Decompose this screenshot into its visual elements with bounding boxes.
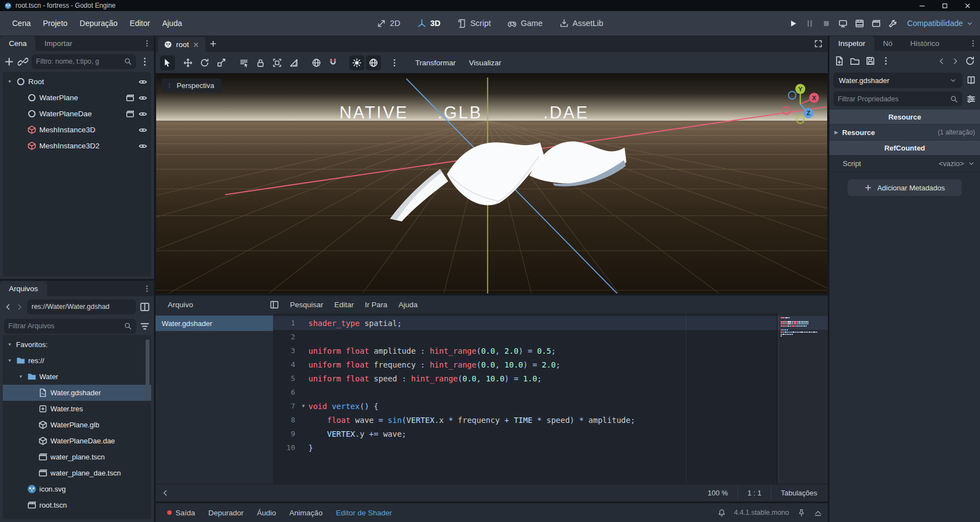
menu-transformar[interactable]: Transformar [410, 56, 461, 70]
build-icon[interactable] [888, 19, 898, 28]
resource-dropdown[interactable]: Water.gdshader [833, 73, 962, 88]
chevron-left-icon[interactable] [937, 57, 946, 65]
load-icon[interactable] [850, 56, 860, 66]
pin-icon[interactable] [797, 509, 806, 517]
path-input[interactable] [32, 303, 132, 311]
snap-icon[interactable] [326, 55, 341, 70]
eye-icon[interactable] [138, 142, 147, 151]
tab-importar[interactable]: Importar [35, 36, 81, 51]
workspace-assetlib[interactable]: AssetLib [559, 19, 604, 28]
renderer-dropdown[interactable]: Compatibilidade [907, 19, 973, 28]
chevron-right-icon[interactable] [16, 303, 24, 311]
expander-icon[interactable]: ▼ [6, 358, 13, 363]
local-space-icon[interactable] [309, 55, 324, 70]
code-line-1[interactable]: 1shader_type spatial; [273, 316, 828, 330]
menu-ajuda-shader[interactable]: Ajuda [393, 298, 424, 311]
menu-editor[interactable]: Editor [124, 16, 156, 30]
chevron-left-icon[interactable] [4, 303, 12, 311]
rotate-tool-icon[interactable] [197, 55, 212, 70]
tab-cena[interactable]: Cena [0, 36, 35, 51]
code-line-4[interactable]: 4uniform float frequency : hint_range(0.… [273, 358, 828, 371]
gizmo-y-label[interactable]: Y [798, 86, 803, 92]
panel-depurador[interactable]: Depurador [202, 506, 250, 520]
lock-icon[interactable] [253, 55, 268, 70]
stop-icon[interactable] [822, 19, 831, 28]
file-tree-item[interactable]: Water.tres [3, 401, 151, 417]
remote-debug-icon[interactable] [838, 19, 848, 28]
code-line-6[interactable]: 6 [273, 385, 828, 399]
expand-panel-icon[interactable] [814, 509, 822, 517]
code-line-10[interactable]: 10} [273, 441, 828, 454]
instanced-scene-icon[interactable] [126, 110, 135, 118]
eye-icon[interactable] [138, 77, 147, 86]
menu-dots-icon[interactable] [143, 39, 151, 48]
menu-dots-icon[interactable] [140, 56, 150, 67]
file-list-toggle-icon[interactable] [270, 300, 279, 309]
reload-icon[interactable] [965, 56, 975, 66]
property-filter-input[interactable] [838, 95, 947, 103]
file-tree-item[interactable]: WaterPlane.glb [3, 417, 151, 433]
scene-filter-input[interactable] [36, 58, 121, 65]
code-line-8[interactable]: 8 float wave = sin(VERTEX.x * frequency … [273, 413, 828, 427]
menu-dots-icon[interactable] [143, 285, 151, 293]
zoom-level[interactable]: 100 % [698, 485, 737, 500]
movie-maker-icon[interactable] [871, 19, 881, 28]
menu-dots-icon[interactable] [969, 39, 977, 48]
menu-visualizar[interactable]: Visualizar [463, 56, 507, 70]
scrollbar[interactable] [146, 339, 149, 400]
add-metadata-button[interactable]: Adicionar Metadados [848, 179, 962, 196]
menu-dots-icon[interactable] [387, 55, 402, 70]
file-filter-input[interactable] [8, 322, 121, 330]
eye-icon[interactable] [138, 126, 147, 135]
tab-no[interactable]: Nó [874, 36, 901, 51]
expander-icon[interactable]: ▼ [6, 79, 13, 84]
workspace-2d[interactable]: 2D [376, 19, 400, 28]
scene-tree-item[interactable]: MeshInstance3D2 [3, 138, 151, 154]
file-tree-item[interactable]: ▼Favoritos: [3, 337, 151, 353]
code-line-2[interactable]: 2 [273, 330, 828, 344]
save-icon[interactable] [865, 56, 875, 66]
distraction-free-button[interactable] [814, 39, 828, 48]
fold-icon[interactable]: ▼ [298, 404, 308, 409]
move-tool-icon[interactable] [180, 55, 195, 70]
sun-preview-icon[interactable] [349, 55, 364, 70]
perspective-button[interactable]: ⋮ Perspectiva [162, 79, 221, 92]
menu-pesquisar[interactable]: Pesquisar [285, 298, 329, 311]
menu-ajuda[interactable]: Ajuda [157, 16, 188, 30]
file-tree-item[interactable]: ▼Water [3, 369, 151, 385]
file-tree-item[interactable]: water_plane_dae.tscn [3, 465, 151, 481]
code-line-7[interactable]: 7▼void vertex() { [273, 399, 828, 413]
shader-file-item[interactable]: Water.gdshader [156, 316, 273, 331]
ruler-icon[interactable] [286, 55, 301, 70]
scene-tab-root[interactable]: root [158, 37, 205, 52]
tab-arquivos[interactable]: Arquivos [0, 281, 47, 296]
maximize-icon[interactable] [941, 2, 948, 9]
movie-writer-icon[interactable] [855, 19, 864, 28]
file-tree-item[interactable]: water_plane.tscn [3, 449, 151, 465]
eye-icon[interactable] [138, 110, 147, 118]
gizmo-x-label[interactable]: X [812, 95, 817, 101]
file-tree-item[interactable]: ▼res:// [3, 353, 151, 369]
viewport-canvas[interactable]: NATIVE .GLB .DAE [156, 74, 827, 293]
indent-mode[interactable]: Tabulações [771, 485, 827, 500]
category-resource[interactable]: Resource [829, 110, 980, 124]
chevron-left-icon[interactable] [161, 489, 169, 497]
link-icon[interactable] [18, 56, 28, 67]
minimize-icon[interactable] [919, 2, 926, 9]
scene-tree-item[interactable]: WaterPlaneDae [3, 106, 151, 122]
sort-icon[interactable] [140, 321, 150, 332]
menu-editar[interactable]: Editar [329, 298, 359, 311]
code-line-5[interactable]: 5uniform float speed : hint_range(0.0, 1… [273, 371, 828, 385]
expander-icon[interactable]: ▼ [17, 374, 24, 379]
environment-preview-icon[interactable] [366, 55, 381, 70]
code-line-3[interactable]: 3uniform float amplitude : hint_range(0.… [273, 344, 828, 358]
menu-cena[interactable]: Cena [7, 16, 36, 30]
plus-icon[interactable] [4, 56, 14, 67]
scene-tree-item[interactable]: WaterPlane [3, 90, 151, 106]
panel-editor-de-shader[interactable]: Editor de Shader [330, 506, 398, 520]
panel-audio[interactable]: Áudio [251, 506, 282, 520]
file-tree-item[interactable]: Water.gdshader [3, 385, 151, 401]
filter-options-icon[interactable] [966, 94, 976, 104]
minimap[interactable] [777, 313, 828, 484]
scale-tool-icon[interactable] [214, 55, 229, 70]
